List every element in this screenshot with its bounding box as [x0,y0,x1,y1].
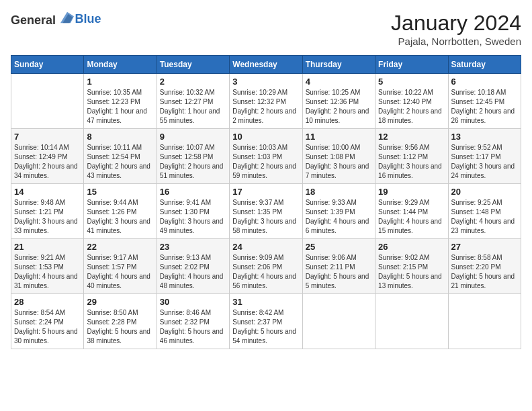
day-info: Sunrise: 9:25 AMSunset: 1:48 PMDaylight:… [451,198,518,236]
day-number: 11 [306,132,372,142]
day-info: Sunrise: 10:32 AMSunset: 12:27 PMDayligh… [160,88,226,126]
location-title: Pajala, Norrbotten, Sweden [391,36,521,47]
weekday-header-cell: Wednesday [230,56,302,74]
day-info: Sunrise: 10:29 AMSunset: 12:32 PMDayligh… [232,88,299,126]
calendar-day-cell: 1Sunrise: 10:35 AMSunset: 12:23 PMDaylig… [84,74,157,129]
calendar-day-cell: 27Sunrise: 8:58 AMSunset: 2:20 PMDayligh… [448,239,521,294]
calendar-day-cell: 17Sunrise: 9:37 AMSunset: 1:35 PMDayligh… [230,184,302,239]
calendar-table: SundayMondayTuesdayWednesdayThursdayFrid… [11,55,521,349]
day-number: 4 [306,77,372,87]
day-number: 13 [451,132,518,142]
calendar-day-cell: 22Sunrise: 9:17 AMSunset: 1:57 PMDayligh… [84,239,157,294]
calendar-day-cell: 5Sunrise: 10:22 AMSunset: 12:40 PMDaylig… [375,74,448,129]
day-info: Sunrise: 10:35 AMSunset: 12:23 PMDayligh… [87,88,153,126]
calendar-day-cell [375,294,448,349]
day-info: Sunrise: 9:41 AMSunset: 1:30 PMDaylight:… [160,198,226,236]
day-info: Sunrise: 8:50 AMSunset: 2:28 PMDaylight:… [87,308,153,346]
day-info: Sunrise: 9:56 AMSunset: 1:12 PMDaylight:… [378,143,445,181]
calendar-day-cell: 10Sunrise: 10:03 AMSunset: 1:03 PMDaylig… [230,129,302,184]
calendar-day-cell [11,74,84,129]
weekday-header-cell: Thursday [302,56,375,74]
day-info: Sunrise: 10:00 AMSunset: 1:08 PMDaylight… [306,143,372,181]
day-number: 1 [87,77,153,87]
calendar-day-cell: 31Sunrise: 8:42 AMSunset: 2:37 PMDayligh… [230,294,302,349]
day-number: 17 [232,187,299,197]
calendar-day-cell: 24Sunrise: 9:09 AMSunset: 2:06 PMDayligh… [230,239,302,294]
day-info: Sunrise: 8:54 AMSunset: 2:24 PMDaylight:… [14,308,81,346]
day-info: Sunrise: 9:33 AMSunset: 1:39 PMDaylight:… [306,198,372,236]
calendar-week-row: 28Sunrise: 8:54 AMSunset: 2:24 PMDayligh… [11,294,521,349]
calendar-day-cell [302,294,375,349]
calendar-day-cell: 2Sunrise: 10:32 AMSunset: 12:27 PMDaylig… [157,74,229,129]
day-number: 10 [232,132,299,142]
logo-blue: Blue [75,12,101,26]
day-info: Sunrise: 9:13 AMSunset: 2:02 PMDaylight:… [160,253,226,291]
weekday-header-cell: Tuesday [157,56,229,74]
page-header: General Blue January 2024 Pajala, Norrbo… [11,11,521,47]
day-number: 3 [232,77,299,87]
day-number: 2 [160,77,226,87]
day-number: 15 [87,187,153,197]
day-info: Sunrise: 9:44 AMSunset: 1:26 PMDaylight:… [87,198,153,236]
day-info: Sunrise: 9:09 AMSunset: 2:06 PMDaylight:… [232,253,299,291]
day-number: 21 [14,242,81,252]
day-info: Sunrise: 10:25 AMSunset: 12:36 PMDayligh… [306,88,372,126]
day-info: Sunrise: 9:06 AMSunset: 2:11 PMDaylight:… [306,253,372,291]
calendar-day-cell: 23Sunrise: 9:13 AMSunset: 2:02 PMDayligh… [157,239,229,294]
day-info: Sunrise: 9:37 AMSunset: 1:35 PMDaylight:… [232,198,299,236]
weekday-header-cell: Sunday [11,56,84,74]
calendar-day-cell: 28Sunrise: 8:54 AMSunset: 2:24 PMDayligh… [11,294,84,349]
day-number: 5 [378,77,445,87]
day-number: 8 [87,132,153,142]
weekday-header-cell: Monday [84,56,157,74]
day-number: 23 [160,242,226,252]
day-number: 26 [378,242,445,252]
calendar-day-cell: 9Sunrise: 10:07 AMSunset: 12:58 PMDaylig… [157,129,229,184]
month-title: January 2024 [391,11,521,36]
day-info: Sunrise: 10:11 AMSunset: 12:54 PMDayligh… [87,143,153,181]
day-number: 28 [14,297,81,307]
calendar-day-cell: 26Sunrise: 9:02 AMSunset: 2:15 PMDayligh… [375,239,448,294]
calendar-day-cell: 14Sunrise: 9:48 AMSunset: 1:21 PMDayligh… [11,184,84,239]
logo: General Blue [11,11,101,28]
calendar-day-cell: 30Sunrise: 8:46 AMSunset: 2:32 PMDayligh… [157,294,229,349]
calendar-day-cell: 11Sunrise: 10:00 AMSunset: 1:08 PMDaylig… [302,129,375,184]
day-number: 7 [14,132,81,142]
logo-general: General [11,13,56,27]
day-number: 20 [451,187,518,197]
calendar-day-cell: 21Sunrise: 9:21 AMSunset: 1:53 PMDayligh… [11,239,84,294]
calendar-day-cell: 15Sunrise: 9:44 AMSunset: 1:26 PMDayligh… [84,184,157,239]
day-info: Sunrise: 9:17 AMSunset: 1:57 PMDaylight:… [87,253,153,291]
calendar-day-cell: 25Sunrise: 9:06 AMSunset: 2:11 PMDayligh… [302,239,375,294]
day-number: 31 [232,297,299,307]
calendar-day-cell: 20Sunrise: 9:25 AMSunset: 1:48 PMDayligh… [448,184,521,239]
calendar-week-row: 7Sunrise: 10:14 AMSunset: 12:49 PMDaylig… [11,129,521,184]
day-info: Sunrise: 8:58 AMSunset: 2:20 PMDaylight:… [451,253,518,291]
calendar-day-cell: 4Sunrise: 10:25 AMSunset: 12:36 PMDaylig… [302,74,375,129]
day-number: 24 [232,242,299,252]
day-number: 29 [87,297,153,307]
day-number: 18 [306,187,372,197]
weekday-header-cell: Saturday [448,56,521,74]
day-number: 22 [87,242,153,252]
day-number: 14 [14,187,81,197]
day-number: 25 [306,242,372,252]
calendar-day-cell: 13Sunrise: 9:52 AMSunset: 1:17 PMDayligh… [448,129,521,184]
day-number: 9 [160,132,226,142]
weekday-header-row: SundayMondayTuesdayWednesdayThursdayFrid… [11,56,521,74]
day-info: Sunrise: 9:48 AMSunset: 1:21 PMDaylight:… [14,198,81,236]
day-info: Sunrise: 10:03 AMSunset: 1:03 PMDaylight… [232,143,299,181]
day-info: Sunrise: 10:18 AMSunset: 12:45 PMDayligh… [451,88,518,126]
day-info: Sunrise: 9:21 AMSunset: 1:53 PMDaylight:… [14,253,81,291]
calendar-day-cell: 18Sunrise: 9:33 AMSunset: 1:39 PMDayligh… [302,184,375,239]
calendar-day-cell: 7Sunrise: 10:14 AMSunset: 12:49 PMDaylig… [11,129,84,184]
calendar-day-cell: 19Sunrise: 9:29 AMSunset: 1:44 PMDayligh… [375,184,448,239]
weekday-header-cell: Friday [375,56,448,74]
calendar-day-cell: 12Sunrise: 9:56 AMSunset: 1:12 PMDayligh… [375,129,448,184]
day-number: 19 [378,187,445,197]
calendar-day-cell [448,294,521,349]
day-number: 30 [160,297,226,307]
calendar-day-cell: 29Sunrise: 8:50 AMSunset: 2:28 PMDayligh… [84,294,157,349]
calendar-week-row: 1Sunrise: 10:35 AMSunset: 12:23 PMDaylig… [11,74,521,129]
title-block: January 2024 Pajala, Norrbotten, Sweden [391,11,521,47]
